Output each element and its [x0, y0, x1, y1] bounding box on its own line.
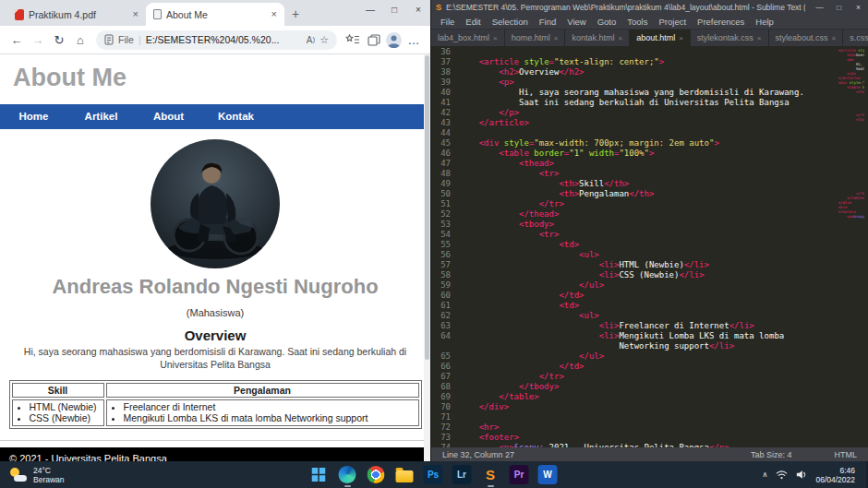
home-button[interactable]: ⌂ [71, 34, 90, 46]
code-line[interactable]: 57 <li>HTML (Newbie)</li> [431, 260, 827, 270]
code-line[interactable]: 51 </tr> [431, 199, 827, 209]
editor-tab[interactable]: home.html × [505, 30, 566, 46]
code-line[interactable]: 49 <th>Skill</th> [431, 179, 827, 189]
code-line[interactable]: 66 </td> [431, 362, 827, 372]
tray-chevron-icon[interactable]: ∧ [763, 470, 768, 479]
code-line[interactable]: 46 <table border="1" width="100%"> [431, 149, 827, 159]
close-tab-icon[interactable]: × [133, 9, 139, 19]
tab-size-indicator[interactable]: Tab Size: 4 [751, 450, 792, 459]
close-tab-icon[interactable]: × [493, 34, 498, 42]
menu-item[interactable]: View [561, 17, 591, 27]
refresh-button[interactable]: ↻ [50, 34, 68, 46]
code-line[interactable]: 39 <p> [431, 77, 827, 88]
code-line[interactable]: 69 </table> [431, 392, 827, 402]
nav-item[interactable]: Home [0, 104, 67, 129]
code-line[interactable]: 45 <div style="max-width: 700px; margin:… [431, 138, 827, 149]
code-line[interactable]: 61 <td> [431, 301, 827, 311]
taskbar-photoshop-icon[interactable]: Ps [422, 463, 445, 486]
more-menu-icon[interactable]: … [404, 34, 423, 46]
nav-item[interactable]: Artikel [67, 104, 135, 129]
close-tab-icon[interactable]: × [271, 9, 277, 19]
menu-item[interactable]: Find [534, 17, 561, 27]
browser-tab-pdf[interactable]: Praktikum 4.pdf × [7, 3, 146, 26]
taskbar-word-icon[interactable]: W [536, 463, 560, 486]
code-line[interactable]: 52 </thead> [431, 209, 827, 220]
menu-item[interactable]: Goto [592, 17, 622, 27]
close-button[interactable]: × [849, 0, 868, 15]
menu-item[interactable]: Project [653, 17, 692, 27]
menu-item[interactable]: Tools [621, 17, 653, 27]
code-line[interactable]: 55 <td> [431, 240, 827, 250]
code-line[interactable]: 37 <article style="text-align: center;"> [431, 57, 827, 67]
menu-item[interactable]: File [435, 17, 460, 27]
browser-tab-about[interactable]: About Me × [146, 3, 284, 26]
taskbar-chrome-icon[interactable] [365, 463, 388, 486]
minimize-button[interactable]: — [810, 0, 829, 15]
favorites-icon[interactable] [344, 34, 362, 45]
editor-tab[interactable]: styleabout.css × [769, 30, 844, 46]
code-line[interactable]: 73 <footer> [431, 433, 827, 443]
code-line[interactable]: 62 <ul> [431, 311, 827, 321]
nav-item[interactable]: About [135, 104, 202, 129]
editor-tab[interactable]: s.css × [843, 30, 868, 46]
collections-icon[interactable] [365, 34, 383, 46]
close-tab-icon[interactable]: × [679, 34, 683, 42]
volume-icon[interactable] [796, 467, 807, 483]
editor-tab[interactable]: lab4_box.html × [431, 30, 505, 46]
page-scrollbar[interactable] [424, 54, 430, 461]
taskbar-edge-icon[interactable] [336, 463, 359, 486]
code-line[interactable]: 60 </td> [431, 291, 827, 301]
maximize-button[interactable]: □ [382, 0, 406, 18]
code-line[interactable]: 53 <tbody> [431, 220, 827, 230]
code-line[interactable]: 48 <tr> [431, 169, 827, 179]
code-line[interactable]: 74 <p>&copy; 2021 - Universitas Pelita B… [431, 443, 827, 447]
close-button[interactable]: × [406, 0, 430, 18]
editor-tab[interactable]: stylekontak.css × [691, 30, 769, 46]
code-line[interactable]: 72 <hr> [431, 423, 827, 433]
code-line[interactable]: 59 </ul> [431, 280, 827, 291]
weather-widget[interactable]: 24°C Berawan [0, 461, 74, 488]
menu-item[interactable]: Help [750, 17, 779, 27]
code-line[interactable]: 70 </div> [431, 402, 827, 412]
address-bar[interactable]: File | E:/SEMESTER%204/05.%20... A) ☆ [96, 30, 337, 50]
editor-tab[interactable]: kontak.html × [565, 30, 630, 46]
minimap[interactable]: <article style="text-align: center;"> <h… [829, 48, 864, 447]
editor-tab[interactable]: about.html × [630, 30, 691, 46]
code-line[interactable]: 63 <li>Freelancer di Internet</li> [431, 321, 827, 331]
code-line[interactable]: 71 [431, 412, 827, 423]
code-line[interactable]: 40 Hi, saya seorang mahasiswa yang berdo… [431, 88, 827, 98]
menu-item[interactable]: Edit [460, 17, 486, 27]
scrollbar-thumb[interactable] [425, 55, 429, 360]
code-line[interactable]: 65 </ul> [431, 351, 827, 362]
syntax-indicator[interactable]: HTML [835, 450, 858, 459]
read-aloud-icon[interactable]: A) [307, 35, 315, 45]
taskbar-lightroom-icon[interactable]: Lr [451, 463, 474, 486]
profile-avatar[interactable] [386, 32, 402, 48]
start-button[interactable] [307, 463, 331, 486]
code-line[interactable]: 36 [431, 47, 827, 57]
taskbar-clock[interactable]: 6:46 06/04/2022 [815, 466, 855, 484]
code-line[interactable]: 38 <h2>Overview</h2> [431, 67, 827, 77]
menu-item[interactable]: Selection [487, 17, 534, 27]
code-line[interactable]: 44 [431, 128, 827, 138]
taskbar-file-explorer-icon[interactable] [393, 463, 416, 486]
favorite-star-icon[interactable]: ☆ [319, 34, 329, 46]
back-button[interactable]: ← [7, 34, 26, 46]
code-line[interactable]: 64 <li>Mengikuti Lomba LKS di mata lomba [431, 331, 827, 341]
maximize-button[interactable]: □ [829, 0, 849, 15]
code-line[interactable]: 43 </article> [431, 118, 827, 128]
code-line[interactable]: 41 Saat ini sedang berkuliah di Universi… [431, 98, 827, 108]
cursor-position[interactable]: Line 32, Column 27 [442, 450, 514, 459]
code-line[interactable]: 50 <th>Pengalaman</th> [431, 189, 827, 199]
close-tab-icon[interactable]: × [757, 34, 762, 42]
close-tab-icon[interactable]: × [554, 34, 559, 42]
forward-button[interactable]: → [29, 34, 47, 46]
code-line[interactable]: 67 </tr> [431, 372, 827, 382]
code-line[interactable]: 47 <thead> [431, 159, 827, 169]
taskbar-premiere-icon[interactable]: Pr [508, 463, 531, 486]
code-line[interactable]: 42 </p> [431, 108, 827, 118]
code-editor[interactable]: 3637 <article style="text-align: center;… [431, 47, 827, 447]
new-tab-button[interactable]: + [292, 7, 299, 20]
code-line[interactable]: 68 </tbody> [431, 382, 827, 392]
wifi-icon[interactable] [776, 467, 788, 483]
